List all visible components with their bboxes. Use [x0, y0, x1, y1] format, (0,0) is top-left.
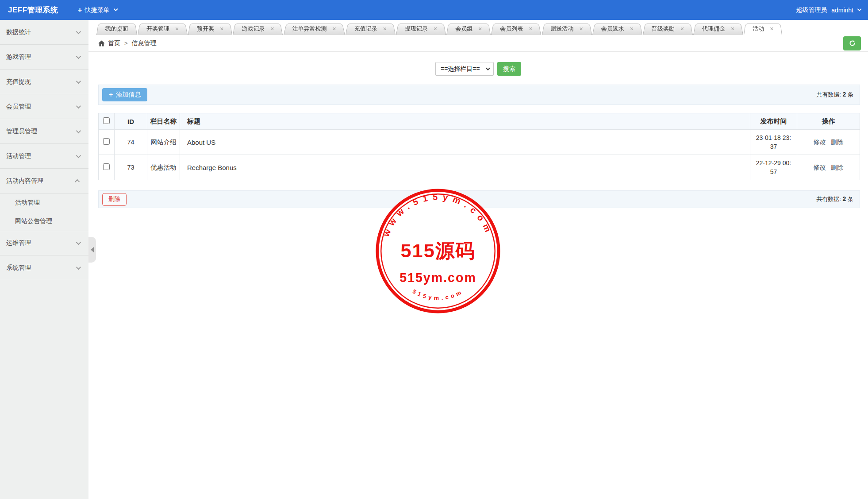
- tab[interactable]: 晋级奖励 ×: [643, 22, 693, 35]
- table-row: 74 网站介绍 About US 23-01-18 23:37 修改删除: [99, 130, 860, 155]
- close-icon[interactable]: ×: [680, 26, 684, 32]
- tab-label: 赠送活动: [551, 25, 574, 33]
- close-icon[interactable]: ×: [731, 26, 734, 32]
- sidebar-item-label: 活动管理: [6, 152, 31, 160]
- main-area: 我的桌面 开奖管理 × 预开奖 × 游戏记录: [88, 20, 868, 499]
- tab-label: 会员列表: [500, 25, 523, 33]
- tab-label: 开奖管理: [146, 25, 169, 33]
- info-table: ID 栏目名称 标题 发布时间 操作 74 网站介绍 About US: [98, 113, 860, 180]
- user-role: 超级管理员: [796, 6, 827, 14]
- sidebar-item-label: 活动管理: [15, 199, 40, 207]
- tab[interactable]: 游戏记录 ×: [233, 22, 283, 35]
- tab[interactable]: 代理佣金 ×: [693, 22, 743, 35]
- select-all-checkbox[interactable]: [103, 117, 110, 124]
- tab-label: 会员返水: [601, 25, 624, 33]
- sidebar-item[interactable]: 活动管理: [0, 193, 88, 212]
- cell-publish-time: 23-01-18 23:37: [750, 130, 797, 155]
- tab[interactable]: 开奖管理 ×: [138, 22, 188, 35]
- sidebar-item[interactable]: 游戏管理: [0, 45, 88, 70]
- sidebar-item[interactable]: 充值提现: [0, 70, 88, 94]
- sidebar-item-label: 网站公告管理: [15, 217, 52, 225]
- column-header-actions: 操作: [797, 113, 860, 130]
- row-select-cell: [99, 155, 115, 180]
- chevron-icon: [75, 179, 80, 184]
- refresh-button[interactable]: [843, 36, 861, 50]
- search-button[interactable]: 搜索: [497, 62, 521, 76]
- add-info-label: 添加信息: [116, 91, 141, 99]
- sidebar-collapse-handle[interactable]: [88, 237, 96, 263]
- tab-label: 代理佣金: [702, 25, 725, 33]
- add-info-button[interactable]: + 添加信息: [102, 88, 147, 101]
- tab-label: 充值记录: [354, 25, 377, 33]
- close-icon[interactable]: ×: [478, 26, 482, 32]
- sidebar-item[interactable]: 数据统计: [0, 20, 88, 45]
- sidebar-item[interactable]: 会员管理: [0, 94, 88, 119]
- tab[interactable]: 预开奖 ×: [188, 22, 232, 35]
- record-count: 共有数据: 2 条: [816, 195, 853, 203]
- close-icon[interactable]: ×: [383, 26, 387, 32]
- tab-label: 注单异常检测: [292, 25, 327, 33]
- table-row: 73 优惠活动 Recharge Bonus 22-12-29 00:57 修改…: [99, 155, 860, 180]
- chevron-icon: [76, 240, 81, 245]
- close-icon[interactable]: ×: [580, 26, 583, 32]
- close-icon[interactable]: ×: [630, 26, 634, 32]
- close-icon[interactable]: ×: [270, 26, 274, 32]
- tab[interactable]: 活动 ×: [744, 22, 782, 35]
- username: adminht: [831, 7, 853, 14]
- toolbar: + 添加信息 共有数据: 2 条: [98, 85, 860, 105]
- tab-label: 游戏记录: [242, 25, 265, 33]
- tab-label: 会员组: [455, 25, 472, 33]
- cell-actions: 修改删除: [797, 130, 860, 155]
- chevron-icon: [76, 153, 81, 158]
- close-icon[interactable]: ×: [175, 26, 179, 32]
- sidebar-item-label: 会员管理: [6, 103, 31, 111]
- sidebar-item[interactable]: 管理员管理: [0, 119, 88, 144]
- quick-menu-label: 快捷菜单: [85, 6, 110, 14]
- tab[interactable]: 赠送活动 ×: [542, 22, 592, 35]
- tab[interactable]: 注单异常检测 ×: [284, 22, 345, 35]
- sidebar-item[interactable]: 活动管理: [0, 144, 88, 169]
- tab[interactable]: 提现记录 ×: [396, 22, 446, 35]
- record-count-suffix: 条: [846, 196, 853, 202]
- quick-menu-button[interactable]: + 快捷菜单: [78, 6, 116, 15]
- delete-link[interactable]: 删除: [831, 139, 844, 146]
- sidebar-item[interactable]: 活动内容管理: [0, 169, 88, 193]
- tab[interactable]: 我的桌面: [96, 22, 137, 35]
- tab[interactable]: 会员返水 ×: [592, 22, 642, 35]
- sidebar-item[interactable]: 系统管理: [0, 255, 88, 280]
- tab-label: 晋级奖励: [652, 25, 675, 33]
- table-header-row: ID 栏目名称 标题 发布时间 操作: [99, 113, 860, 130]
- close-icon[interactable]: ×: [434, 26, 437, 32]
- delete-link[interactable]: 删除: [831, 164, 844, 171]
- edit-link[interactable]: 修改: [814, 164, 826, 171]
- cell-title: Recharge Bonus: [180, 155, 750, 180]
- tab[interactable]: 会员组 ×: [446, 22, 491, 35]
- tab[interactable]: 会员列表 ×: [491, 22, 541, 35]
- category-select[interactable]: ==选择栏目==: [435, 62, 494, 76]
- sidebar-item-label: 管理员管理: [6, 128, 37, 135]
- user-menu[interactable]: 超级管理员 adminht: [796, 6, 860, 14]
- sidebar-item[interactable]: 网站公告管理: [0, 212, 88, 231]
- tab-bar: 我的桌面 开奖管理 × 预开奖 × 游戏记录: [88, 20, 868, 35]
- row-checkbox[interactable]: [103, 163, 110, 170]
- record-count-prefix: 共有数据:: [816, 196, 842, 202]
- edit-link[interactable]: 修改: [814, 139, 826, 146]
- close-icon[interactable]: ×: [770, 26, 773, 32]
- plus-icon: +: [78, 6, 82, 15]
- tab[interactable]: 充值记录 ×: [346, 22, 396, 35]
- tab-label: 我的桌面: [105, 25, 128, 33]
- close-icon[interactable]: ×: [333, 26, 336, 32]
- breadcrumb-home[interactable]: 首页: [108, 39, 120, 47]
- row-checkbox[interactable]: [103, 138, 110, 145]
- admin-page: JEFF管理系统 + 快捷菜单 超级管理员 adminht 数据统计 游戏管理: [0, 0, 868, 499]
- cell-id: 73: [115, 155, 147, 180]
- bulk-delete-button[interactable]: 删除: [102, 193, 127, 206]
- column-header-time: 发布时间: [750, 113, 797, 130]
- sidebar-item-label: 数据统计: [6, 28, 31, 36]
- close-icon[interactable]: ×: [220, 26, 223, 32]
- home-icon: [98, 40, 105, 46]
- close-icon[interactable]: ×: [529, 26, 532, 32]
- column-header-category: 栏目名称: [147, 113, 180, 130]
- sidebar: 数据统计 游戏管理 充值提现 会员管理: [0, 20, 88, 499]
- sidebar-item[interactable]: 运维管理: [0, 231, 88, 255]
